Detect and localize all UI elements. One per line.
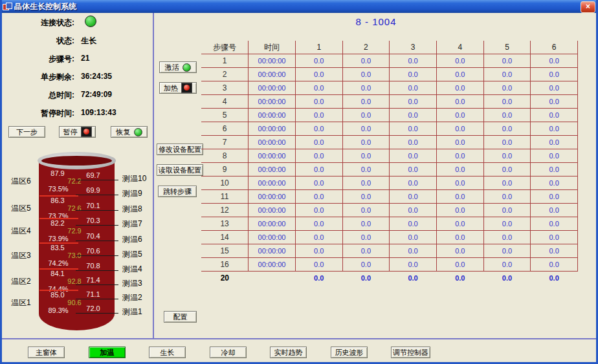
value-cell: 0.0 xyxy=(531,109,578,122)
status-value: 生长 xyxy=(81,36,96,47)
measure-label: 测温3 xyxy=(122,278,152,289)
time-cell: 00:00:00 xyxy=(249,258,296,272)
table-row: 1200:00:000.00.00.00.00.00.0 xyxy=(201,204,578,217)
side-button-1[interactable]: 激活 xyxy=(159,61,197,73)
value-cell: 0.0 xyxy=(390,109,437,122)
value-cell: 0.0 xyxy=(342,122,390,136)
value-cell: 0.0 xyxy=(342,136,390,149)
column-header: 6 xyxy=(531,41,578,54)
measure-pointer-line xyxy=(76,241,118,241)
control-button-2[interactable]: 暂停 xyxy=(59,126,96,138)
column-header: 3 xyxy=(390,41,437,54)
time-cell: 00:00:00 xyxy=(249,68,296,81)
bottom-button-5[interactable]: 实时趋势 xyxy=(270,347,307,358)
value-cell: 0.0 xyxy=(531,54,578,68)
step-cell: 10 xyxy=(201,177,249,190)
measure-label: 测温2 xyxy=(122,292,152,303)
red-led-icon xyxy=(181,83,192,93)
value-cell: 0.0 xyxy=(436,177,483,190)
value-cell: 0.0 xyxy=(483,163,531,177)
config-button[interactable]: 配置 xyxy=(164,311,197,323)
time-cell: 00:00:00 xyxy=(249,244,296,258)
zone-power-value: 84.1 xyxy=(46,270,69,277)
measure-pointer-line xyxy=(76,299,118,299)
step-cell: 8 xyxy=(201,149,249,163)
status-value: 21 xyxy=(81,54,89,63)
zone-percent-value: 73.9% xyxy=(45,235,72,242)
zone-label: 温区1 xyxy=(11,297,39,308)
table-row: 1000:00:000.00.00.00.00.00.0 xyxy=(201,177,578,190)
measure-label: 测温9 xyxy=(122,188,152,199)
zone-label: 温区5 xyxy=(11,203,39,214)
side-button-4[interactable]: 读取设备配置 xyxy=(157,164,203,176)
value-cell: 0.0 xyxy=(483,68,531,81)
status-row: 单步剩余:36:24:35 xyxy=(2,72,151,81)
time-cell: 00:00:00 xyxy=(249,149,296,163)
measure-value: 69.7 xyxy=(81,171,105,179)
bottom-button-2[interactable]: 加温 xyxy=(89,347,126,358)
time-cell: 00:00:00 xyxy=(249,81,296,95)
status-row: 状态:生长 xyxy=(2,36,151,45)
value-cell: 0.0 xyxy=(436,81,483,95)
green-led-icon xyxy=(183,63,191,72)
left-panel: 连接状态:状态:生长步骤号:21单步剩余:36:24:35总时间:72:49:0… xyxy=(2,13,153,338)
value-cell: 0.0 xyxy=(390,136,437,149)
measure-label: 测温5 xyxy=(122,249,152,260)
value-cell: 0.0 xyxy=(390,190,437,204)
close-icon[interactable]: × xyxy=(581,1,595,13)
bottom-button-label: 生长 xyxy=(161,348,175,358)
value-cell: 0.0 xyxy=(531,81,578,95)
bottom-button-1[interactable]: 主窗体 xyxy=(28,347,65,358)
value-cell: 0.0 xyxy=(436,258,483,272)
furnace-rim xyxy=(38,152,116,169)
zone-power-value: 82.2 xyxy=(46,219,69,227)
value-cell: 0.0 xyxy=(483,231,531,244)
status-row: 暂停时间:109:13:43 xyxy=(2,108,151,117)
value-cell: 0.0 xyxy=(295,244,342,258)
value-cell: 0.0 xyxy=(295,136,342,149)
value-cell: 0.0 xyxy=(390,81,437,95)
bottom-button-6[interactable]: 历史波形 xyxy=(331,347,368,358)
value-cell: 0.0 xyxy=(295,217,342,231)
zone-separator-line xyxy=(39,195,78,197)
value-cell: 0.0 xyxy=(342,177,390,190)
measure-value: 72.0 xyxy=(81,305,105,312)
value-cell: 0.0 xyxy=(483,272,531,285)
value-cell: 0.0 xyxy=(390,177,437,190)
bottom-button-7[interactable]: 调节控制器 xyxy=(391,347,430,358)
table-row: 1100:00:000.00.00.00.00.00.0 xyxy=(201,190,578,204)
zone-label: 温区2 xyxy=(11,276,39,287)
value-cell: 0.0 xyxy=(436,204,483,217)
side-button-5[interactable]: 跳转步骤 xyxy=(158,186,197,197)
control-button-3[interactable]: 恢复 xyxy=(111,126,148,138)
measure-pointer-line xyxy=(76,313,118,314)
value-cell: 0.0 xyxy=(483,244,531,258)
client-area: 连接状态:状态:生长步骤号:21单步剩余:36:24:35总时间:72:49:0… xyxy=(2,13,596,362)
window-title: 晶体生长控制系统 xyxy=(14,1,76,12)
control-button-1[interactable]: 下一步 xyxy=(8,126,45,138)
side-button-3[interactable]: 修改设备配置 xyxy=(157,144,203,155)
value-cell: 0.0 xyxy=(295,109,342,122)
value-cell: 0.0 xyxy=(342,231,390,244)
value-cell: 0.0 xyxy=(483,136,531,149)
steps-table-header: 步骤号时间123456 xyxy=(201,41,578,54)
zone-percent-value: 74.2% xyxy=(45,259,72,267)
value-cell: 0.0 xyxy=(342,95,390,109)
zone-label: 温区4 xyxy=(11,226,39,237)
step-cell: 9 xyxy=(201,163,249,177)
measure-pointer-line xyxy=(76,270,118,271)
zone-power-value: 85.0 xyxy=(46,291,69,299)
bottom-button-3[interactable]: 生长 xyxy=(149,347,186,358)
side-button-2[interactable]: 加热 xyxy=(159,82,197,94)
status-label: 连接状态: xyxy=(6,17,74,28)
table-row: 1600:00:000.00.00.00.00.00.0 xyxy=(201,258,578,272)
value-cell: 0.0 xyxy=(483,217,531,231)
furnace-rim-inner xyxy=(41,156,112,166)
value-cell: 0.0 xyxy=(436,122,483,136)
bottom-button-4[interactable]: 冷却 xyxy=(210,347,247,358)
bottom-button-label: 主窗体 xyxy=(36,348,57,358)
side-button-label: 加热 xyxy=(164,83,178,93)
step-cell: 5 xyxy=(201,109,249,122)
status-value: 72:49:09 xyxy=(81,90,112,99)
value-cell: 0.0 xyxy=(390,68,437,81)
